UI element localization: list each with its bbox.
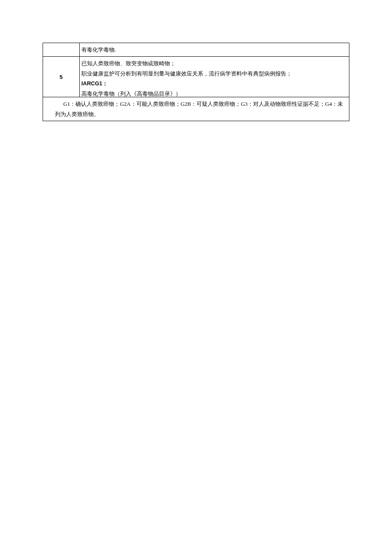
clipped-content: 已知人类致癌物、致突变物或致畸物； 职业健康监护可分析到有明显剂量与健康效应关系… — [80, 57, 349, 97]
footnote-row: G1：确认人类致癌物；G2A：可能人类致癌物；G2B：可疑人类致癌物；G3：对人… — [43, 97, 349, 121]
row-number-cell: 5 — [43, 57, 80, 97]
table-row: 5 已知人类致癌物、致突变物或致畸物； 职业健康监护可分析到有明显剂量与健康效应… — [43, 57, 349, 97]
classification-table: 有毒化学毒物. 5 已知人类致癌物、致突变物或致畸物； 职业健康监护可分析到有明… — [43, 43, 349, 121]
row-desc-cell: 有毒化学毒物. — [79, 43, 349, 57]
row-desc-cell: 已知人类致癌物、致突变物或致畸物； 职业健康监护可分析到有明显剂量与健康效应关系… — [79, 57, 349, 97]
desc-line: 已知人类致癌物、致突变物或致畸物； — [81, 58, 347, 68]
row-number-cell — [43, 43, 80, 57]
footnote-cell: G1：确认人类致癌物；G2A：可能人类致癌物；G2B：可疑人类致癌物；G3：对人… — [43, 97, 349, 121]
table-row: 有毒化学毒物. — [43, 43, 349, 57]
document-page: 有毒化学毒物. 5 已知人类致癌物、致突变物或致畸物； 职业健康监护可分析到有明… — [0, 0, 392, 121]
footnote-text: G1：确认人类致癌物；G2A：可能人类致癌物；G2B：可疑人类致癌物；G3：对人… — [55, 101, 343, 117]
desc-line: 高毒化学毒物（列入《高毒物品目录》） — [81, 89, 347, 97]
row-number: 5 — [60, 74, 63, 80]
desc-line: 有毒化学毒物. — [81, 46, 116, 53]
desc-line-iarc: IARCG1： — [81, 78, 347, 88]
desc-line: 职业健康监护可分析到有明显剂量与健康效应关系，流行病学资料中有典型病例报告； — [81, 69, 347, 78]
